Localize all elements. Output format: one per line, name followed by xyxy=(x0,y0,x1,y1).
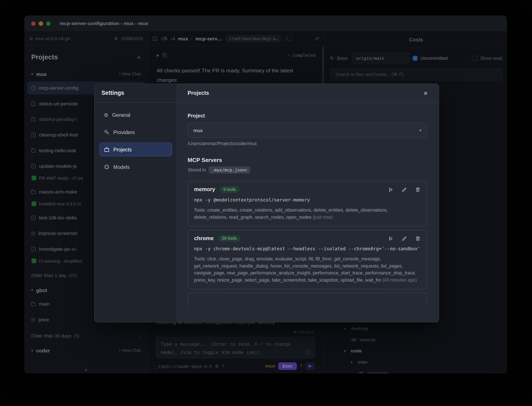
mcp-config-path-chip: .mux/mcp.jsonc xyxy=(209,167,251,174)
server-tools: Tools: create_entities, create_relations… xyxy=(194,207,421,221)
nav-label: Providers xyxy=(113,129,135,135)
project-select[interactable]: mux ▾ xyxy=(188,123,427,138)
stored-in-label: Stored in xyxy=(188,167,206,173)
tools-count-badge: 26 tools xyxy=(218,235,240,242)
key-icon xyxy=(104,129,110,135)
settings-nav-projects[interactable]: Projects xyxy=(99,143,172,156)
panel-title: Projects xyxy=(188,90,209,96)
app-window: mcp-server-configuration - mux - mux ⊘ m… xyxy=(24,15,507,374)
settings-content: Projects × Project mux ▾ /Users/ammar/Pr… xyxy=(177,84,439,322)
mcp-servers-heading: MCP Servers xyxy=(188,157,427,163)
mcp-server-card-partial xyxy=(188,293,427,306)
edit-server-icon[interactable] xyxy=(401,187,407,192)
settings-panel-body: Project mux ▾ /Users/ammar/Projects/code… xyxy=(177,102,439,322)
tools-count-badge: 9 tools xyxy=(220,186,240,193)
settings-nav-general[interactable]: ⚙ General xyxy=(99,108,172,122)
nav-label: General xyxy=(112,112,130,118)
run-server-icon[interactable] xyxy=(388,236,394,241)
stage: mcp-server-configuration - mux - mux ⊘ m… xyxy=(0,0,532,406)
settings-nav-models[interactable]: Models xyxy=(99,160,172,174)
briefcase-icon xyxy=(104,147,110,152)
project-label: Project xyxy=(188,113,427,119)
gear-icon: ⚙ xyxy=(104,112,108,117)
tools-timestamp: (43 minutes ago) xyxy=(383,277,417,283)
project-select-value: mux xyxy=(193,128,203,133)
edit-server-icon[interactable] xyxy=(401,236,407,241)
delete-server-icon[interactable] xyxy=(415,236,421,241)
nav-label: Projects xyxy=(113,147,132,152)
nav-label: Models xyxy=(113,164,130,170)
server-command: npx -y @modelcontextprotocol/server-memo… xyxy=(194,196,421,203)
settings-nav-providers[interactable]: Providers xyxy=(99,125,172,139)
server-name: memory xyxy=(194,186,215,192)
project-path: /Users/ammar/Projects/coder/mux xyxy=(188,141,427,146)
settings-dialog: Settings ⚙ General Providers xyxy=(94,84,439,322)
stored-in-row: Stored in .mux/mcp.jsonc xyxy=(188,167,427,174)
settings-panel-header: Projects × xyxy=(177,84,439,102)
server-command: npx -y chrome-devtools-mcp@latest --head… xyxy=(194,245,421,252)
tools-timestamp: (just now) xyxy=(313,214,333,220)
chip-icon xyxy=(104,164,110,170)
server-tools: Tools: click, close_page, drag, emulate,… xyxy=(194,256,421,283)
settings-nav: ⚙ General Providers xyxy=(95,102,177,179)
settings-sidebar: Settings ⚙ General Providers xyxy=(95,84,177,322)
run-server-icon[interactable] xyxy=(388,187,394,192)
settings-title: Settings xyxy=(95,84,177,102)
mcp-server-card-memory: memory 9 tools xyxy=(188,181,427,226)
chevron-down-icon: ▾ xyxy=(419,128,421,133)
mcp-server-card-chrome: chrome 26 tools xyxy=(188,230,427,289)
close-icon[interactable]: × xyxy=(424,90,427,96)
server-name: chrome xyxy=(194,235,214,241)
tools-list: Tools: create_entities, create_relations… xyxy=(194,208,388,220)
delete-server-icon[interactable] xyxy=(415,187,421,192)
